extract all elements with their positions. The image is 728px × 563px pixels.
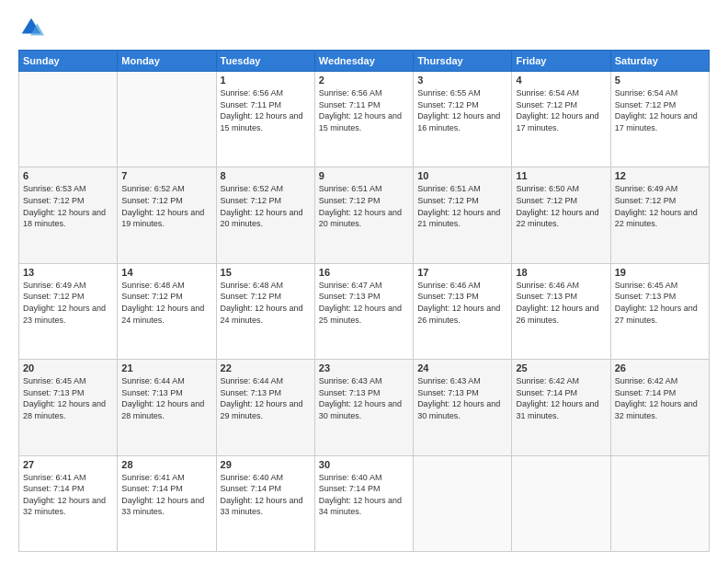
- day-info: Sunrise: 6:49 AMSunset: 7:12 PMDaylight:…: [615, 183, 705, 229]
- calendar-cell: 11Sunrise: 6:50 AMSunset: 7:12 PMDayligh…: [512, 167, 610, 263]
- day-info: Sunrise: 6:54 AMSunset: 7:12 PMDaylight:…: [615, 87, 705, 133]
- day-number: 15: [221, 267, 311, 278]
- calendar-cell: 5Sunrise: 6:54 AMSunset: 7:12 PMDaylight…: [610, 72, 709, 167]
- calendar-cell: 10Sunrise: 6:51 AMSunset: 7:12 PMDayligh…: [414, 167, 512, 263]
- day-number: 14: [121, 267, 211, 278]
- day-number: 8: [221, 170, 311, 181]
- day-number: 6: [23, 170, 113, 181]
- day-number: 16: [319, 267, 409, 278]
- day-number: 29: [221, 459, 311, 470]
- day-info: Sunrise: 6:40 AMSunset: 7:14 PMDaylight:…: [319, 472, 409, 518]
- calendar-cell: 30Sunrise: 6:40 AMSunset: 7:14 PMDayligh…: [314, 455, 413, 551]
- day-info: Sunrise: 6:43 AMSunset: 7:13 PMDaylight:…: [319, 375, 409, 421]
- day-info: Sunrise: 6:56 AMSunset: 7:11 PMDaylight:…: [319, 87, 409, 133]
- calendar-cell: [512, 455, 610, 551]
- day-number: 26: [615, 362, 705, 373]
- day-number: 28: [121, 459, 211, 470]
- day-info: Sunrise: 6:45 AMSunset: 7:13 PMDaylight:…: [23, 375, 113, 421]
- day-info: Sunrise: 6:53 AMSunset: 7:12 PMDaylight:…: [23, 183, 113, 229]
- calendar-cell: [118, 72, 216, 167]
- day-number: 10: [417, 170, 507, 181]
- calendar-cell: 20Sunrise: 6:45 AMSunset: 7:13 PMDayligh…: [19, 360, 118, 455]
- day-info: Sunrise: 6:51 AMSunset: 7:12 PMDaylight:…: [319, 183, 409, 229]
- day-info: Sunrise: 6:44 AMSunset: 7:13 PMDaylight:…: [221, 375, 311, 421]
- day-info: Sunrise: 6:41 AMSunset: 7:14 PMDaylight:…: [121, 472, 211, 518]
- day-number: 23: [319, 362, 409, 373]
- day-info: Sunrise: 6:48 AMSunset: 7:12 PMDaylight:…: [221, 280, 311, 326]
- day-info: Sunrise: 6:48 AMSunset: 7:12 PMDaylight:…: [121, 280, 211, 326]
- day-info: Sunrise: 6:50 AMSunset: 7:12 PMDaylight:…: [516, 183, 606, 229]
- day-number: 11: [516, 170, 606, 181]
- logo: [18, 15, 48, 40]
- calendar-cell: 3Sunrise: 6:55 AMSunset: 7:12 PMDaylight…: [414, 72, 512, 167]
- calendar-cell: 23Sunrise: 6:43 AMSunset: 7:13 PMDayligh…: [314, 360, 413, 455]
- week-row-5: 27Sunrise: 6:41 AMSunset: 7:14 PMDayligh…: [19, 455, 710, 551]
- calendar-cell: [610, 455, 709, 551]
- day-number: 18: [516, 267, 606, 278]
- calendar-cell: 28Sunrise: 6:41 AMSunset: 7:14 PMDayligh…: [118, 455, 216, 551]
- weekday-header-monday: Monday: [118, 51, 216, 72]
- calendar-cell: [19, 72, 118, 167]
- calendar-cell: 2Sunrise: 6:56 AMSunset: 7:11 PMDaylight…: [314, 72, 413, 167]
- day-number: 12: [615, 170, 705, 181]
- calendar-cell: 4Sunrise: 6:54 AMSunset: 7:12 PMDaylight…: [512, 72, 610, 167]
- day-info: Sunrise: 6:55 AMSunset: 7:12 PMDaylight:…: [417, 87, 507, 133]
- weekday-header-thursday: Thursday: [414, 51, 512, 72]
- day-number: 25: [516, 362, 606, 373]
- day-info: Sunrise: 6:40 AMSunset: 7:14 PMDaylight:…: [221, 472, 311, 518]
- calendar-cell: 26Sunrise: 6:42 AMSunset: 7:14 PMDayligh…: [610, 360, 709, 455]
- day-info: Sunrise: 6:46 AMSunset: 7:13 PMDaylight:…: [417, 280, 507, 326]
- calendar-cell: [414, 455, 512, 551]
- weekday-header-row: SundayMondayTuesdayWednesdayThursdayFrid…: [19, 51, 710, 72]
- calendar-cell: 17Sunrise: 6:46 AMSunset: 7:13 PMDayligh…: [414, 263, 512, 359]
- week-row-4: 20Sunrise: 6:45 AMSunset: 7:13 PMDayligh…: [19, 360, 710, 455]
- weekday-header-friday: Friday: [512, 51, 610, 72]
- day-number: 1: [221, 75, 311, 86]
- day-number: 7: [121, 170, 211, 181]
- weekday-header-wednesday: Wednesday: [314, 51, 413, 72]
- day-info: Sunrise: 6:41 AMSunset: 7:14 PMDaylight:…: [23, 472, 113, 518]
- calendar-cell: 29Sunrise: 6:40 AMSunset: 7:14 PMDayligh…: [216, 455, 314, 551]
- day-info: Sunrise: 6:42 AMSunset: 7:14 PMDaylight:…: [615, 375, 705, 421]
- day-number: 9: [319, 170, 409, 181]
- day-info: Sunrise: 6:52 AMSunset: 7:12 PMDaylight:…: [221, 183, 311, 229]
- calendar-cell: 21Sunrise: 6:44 AMSunset: 7:13 PMDayligh…: [118, 360, 216, 455]
- calendar-cell: 18Sunrise: 6:46 AMSunset: 7:13 PMDayligh…: [512, 263, 610, 359]
- calendar-cell: 19Sunrise: 6:45 AMSunset: 7:13 PMDayligh…: [610, 263, 709, 359]
- day-number: 30: [319, 459, 409, 470]
- calendar-cell: 1Sunrise: 6:56 AMSunset: 7:11 PMDaylight…: [216, 72, 314, 167]
- day-info: Sunrise: 6:42 AMSunset: 7:14 PMDaylight:…: [516, 375, 606, 421]
- calendar-cell: 6Sunrise: 6:53 AMSunset: 7:12 PMDaylight…: [19, 167, 118, 263]
- week-row-3: 13Sunrise: 6:49 AMSunset: 7:12 PMDayligh…: [19, 263, 710, 359]
- day-number: 27: [23, 459, 113, 470]
- calendar-cell: 12Sunrise: 6:49 AMSunset: 7:12 PMDayligh…: [610, 167, 709, 263]
- weekday-header-saturday: Saturday: [610, 51, 709, 72]
- calendar-body: 1Sunrise: 6:56 AMSunset: 7:11 PMDaylight…: [19, 72, 710, 552]
- day-number: 4: [516, 75, 606, 86]
- day-info: Sunrise: 6:49 AMSunset: 7:12 PMDaylight:…: [23, 280, 113, 326]
- day-number: 20: [23, 362, 113, 373]
- header: [18, 15, 710, 40]
- day-number: 5: [615, 75, 705, 86]
- page: SundayMondayTuesdayWednesdayThursdayFrid…: [0, 0, 728, 563]
- day-info: Sunrise: 6:44 AMSunset: 7:13 PMDaylight:…: [121, 375, 211, 421]
- calendar-cell: 16Sunrise: 6:47 AMSunset: 7:13 PMDayligh…: [314, 263, 413, 359]
- calendar-header: SundayMondayTuesdayWednesdayThursdayFrid…: [19, 51, 710, 72]
- day-info: Sunrise: 6:43 AMSunset: 7:13 PMDaylight:…: [417, 375, 507, 421]
- week-row-1: 1Sunrise: 6:56 AMSunset: 7:11 PMDaylight…: [19, 72, 710, 167]
- day-number: 22: [221, 362, 311, 373]
- calendar-table: SundayMondayTuesdayWednesdayThursdayFrid…: [18, 50, 710, 552]
- logo-icon: [18, 15, 44, 40]
- calendar-cell: 15Sunrise: 6:48 AMSunset: 7:12 PMDayligh…: [216, 263, 314, 359]
- weekday-header-tuesday: Tuesday: [216, 51, 314, 72]
- day-number: 21: [121, 362, 211, 373]
- day-info: Sunrise: 6:46 AMSunset: 7:13 PMDaylight:…: [516, 280, 606, 326]
- calendar-cell: 22Sunrise: 6:44 AMSunset: 7:13 PMDayligh…: [216, 360, 314, 455]
- calendar-cell: 25Sunrise: 6:42 AMSunset: 7:14 PMDayligh…: [512, 360, 610, 455]
- calendar-cell: 13Sunrise: 6:49 AMSunset: 7:12 PMDayligh…: [19, 263, 118, 359]
- week-row-2: 6Sunrise: 6:53 AMSunset: 7:12 PMDaylight…: [19, 167, 710, 263]
- calendar-cell: 27Sunrise: 6:41 AMSunset: 7:14 PMDayligh…: [19, 455, 118, 551]
- day-info: Sunrise: 6:52 AMSunset: 7:12 PMDaylight:…: [121, 183, 211, 229]
- day-info: Sunrise: 6:47 AMSunset: 7:13 PMDaylight:…: [319, 280, 409, 326]
- day-number: 13: [23, 267, 113, 278]
